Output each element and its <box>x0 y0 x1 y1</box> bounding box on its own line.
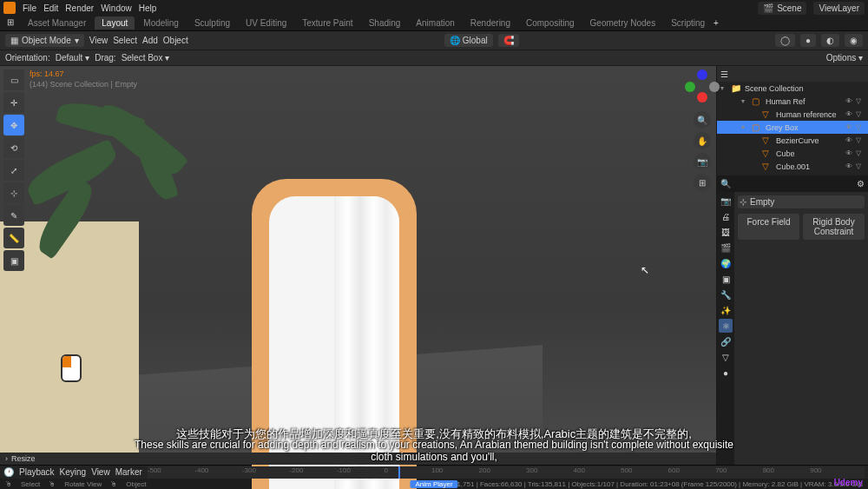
shading-solid[interactable]: ● <box>800 34 816 47</box>
menu-object[interactable]: Object <box>163 36 188 45</box>
playhead[interactable] <box>398 466 400 479</box>
prop-tab-output[interactable]: 🖨 <box>719 209 733 223</box>
eye-icon[interactable]: 👁 <box>845 149 854 158</box>
eye-icon[interactable]: 👁 <box>845 123 854 132</box>
disclosure-icon[interactable]: ▾ <box>741 97 748 105</box>
timeline-icon[interactable]: 🕐 <box>3 467 14 477</box>
tab-geonodes[interactable]: Geometry Nodes <box>583 17 663 30</box>
tab-scripting[interactable]: Scripting <box>664 17 712 30</box>
tool-select-box[interactable]: ▭ <box>3 69 24 90</box>
outliner-row[interactable]: ▽Human reference👁▽ <box>717 108 868 121</box>
outliner-row[interactable]: ▽Cube👁▽ <box>717 147 868 160</box>
nav-gizmo[interactable] <box>685 69 720 104</box>
menu-file[interactable]: File <box>23 3 36 13</box>
axis-neg[interactable] <box>709 82 720 92</box>
menu-render[interactable]: Render <box>65 3 94 13</box>
viewlayer-selector[interactable]: ViewLayer <box>813 2 865 15</box>
shading-matprev[interactable]: ◐ <box>821 34 839 47</box>
editor-type-icon[interactable]: ⊞ <box>7 17 19 30</box>
tab-animation[interactable]: Animation <box>409 17 461 30</box>
tool-measure[interactable]: 📏 <box>3 228 24 248</box>
chevron-right-icon[interactable]: › <box>5 454 8 463</box>
prop-tab-world[interactable]: 🌍 <box>719 256 733 270</box>
render-icon[interactable]: ▽ <box>856 162 865 171</box>
axis-y[interactable] <box>685 82 695 92</box>
tool-add-cube[interactable]: ▣ <box>3 250 24 271</box>
prop-tab-data[interactable]: ▽ <box>719 350 733 364</box>
menu-edit[interactable]: Edit <box>43 3 58 13</box>
menu-view[interactable]: View <box>89 36 108 45</box>
snap-toggle[interactable]: 🧲 <box>498 34 519 47</box>
tool-move[interactable]: ✥ <box>3 115 24 135</box>
timeline-ruler[interactable]: -500-400-300-200-10001002003004005006007… <box>148 466 865 479</box>
render-icon[interactable]: ▽ <box>856 149 865 158</box>
prop-tab-particles[interactable]: ✨ <box>719 303 733 317</box>
props-object-header[interactable]: ⊹ Empty <box>738 195 865 208</box>
axis-x[interactable] <box>697 92 707 102</box>
disclosure-icon[interactable]: ▾ <box>720 84 727 92</box>
prop-tab-scene[interactable]: 🎬 <box>719 241 733 254</box>
menu-select[interactable]: Select <box>113 36 137 45</box>
shading-wireframe[interactable]: ◯ <box>775 34 795 47</box>
render-icon[interactable]: ▽ <box>856 123 865 132</box>
timeline-view[interactable]: View <box>91 467 110 477</box>
eye-icon[interactable]: 👁 <box>845 110 854 119</box>
tab-layout[interactable]: Layout <box>95 17 135 30</box>
menu-window[interactable]: Window <box>101 3 132 13</box>
menu-help[interactable]: Help <box>139 3 157 13</box>
timeline-keying[interactable]: Keying <box>60 467 87 477</box>
timeline-playback[interactable]: Playback <box>19 467 55 477</box>
perspective-icon[interactable]: ⊞ <box>694 174 711 191</box>
tool-transform[interactable]: ⊹ <box>3 182 24 203</box>
mode-selector[interactable]: ▦ Object Mode ▾ <box>5 34 84 47</box>
render-icon[interactable]: ▽ <box>856 136 865 145</box>
disclosure-icon[interactable]: ▾ <box>741 123 748 131</box>
tool-annotate[interactable]: ✎ <box>3 205 24 226</box>
prop-tab-material[interactable]: ● <box>719 366 733 380</box>
orientation-dropdown[interactable]: Default ▾ <box>56 53 89 63</box>
zoom-icon[interactable]: 🔍 <box>694 111 711 129</box>
pan-icon[interactable]: ✋ <box>694 132 711 149</box>
drag-dropdown[interactable]: Select Box ▾ <box>122 53 170 63</box>
camera-icon[interactable]: 📷 <box>694 153 711 170</box>
axis-z[interactable] <box>697 69 707 80</box>
prop-tab-object[interactable]: ▣ <box>719 272 733 286</box>
prop-tab-constraints[interactable]: 🔗 <box>719 334 733 348</box>
tab-shading[interactable]: Shading <box>362 17 408 30</box>
outliner-row[interactable]: ▽BezierCurve👁▽ <box>717 134 868 147</box>
force-field-button[interactable]: Force Field <box>738 214 799 240</box>
prop-tab-render[interactable]: 📷 <box>719 194 733 208</box>
filter-icon[interactable]: ⚙ <box>857 179 865 188</box>
tab-compositing[interactable]: Compositing <box>519 17 582 30</box>
menu-add[interactable]: Add <box>142 36 158 45</box>
tab-sculpting[interactable]: Sculpting <box>187 17 237 30</box>
scene-selector[interactable]: 🎬 Scene <box>758 2 806 15</box>
prop-tab-modifiers[interactable]: 🔧 <box>719 287 733 301</box>
shading-rendered[interactable]: ◉ <box>845 34 863 47</box>
eye-icon[interactable]: 👁 <box>845 97 854 106</box>
rigid-body-button[interactable]: Rigid Body Constraint <box>803 214 865 240</box>
orientation-global[interactable]: 🌐 Global <box>444 34 493 47</box>
outliner-row[interactable]: ▽Cube.001👁▽ <box>717 160 868 173</box>
prop-tab-physics[interactable]: ⚛ <box>719 319 733 333</box>
eye-icon[interactable]: 👁 <box>845 162 854 171</box>
tool-scale[interactable]: ⤢ <box>3 160 24 181</box>
outliner-row[interactable]: ▾▢Grey Box👁▽ <box>717 121 868 134</box>
tab-uv[interactable]: UV Editing <box>239 17 293 30</box>
add-workspace-icon[interactable]: + <box>713 18 719 28</box>
tab-asset-manager[interactable]: Asset Manager <box>21 17 93 30</box>
tab-texture-paint[interactable]: Texture Paint <box>295 17 359 30</box>
prop-tab-viewlayer[interactable]: 🖼 <box>719 225 733 239</box>
anim-player-badge[interactable]: Anim Player <box>410 480 457 488</box>
render-icon[interactable]: ▽ <box>856 110 865 119</box>
options-dropdown[interactable]: Options ▾ <box>826 53 863 63</box>
outliner-icon[interactable]: ☰ <box>720 69 728 79</box>
outliner[interactable]: ▾ 📁 Scene Collection ▾▢Human Ref👁▽▽Human… <box>717 82 868 175</box>
outliner-root[interactable]: ▾ 📁 Scene Collection <box>717 82 868 95</box>
tab-modeling[interactable]: Modeling <box>136 17 186 30</box>
render-icon[interactable]: ▽ <box>856 97 865 106</box>
timeline-marker[interactable]: Marker <box>115 467 142 477</box>
viewport-3d[interactable]: ▭ ✛ ✥ ⟲ ⤢ ⊹ ✎ 📏 ▣ fps: 14.67 (144) Scene… <box>0 66 716 465</box>
tool-rotate[interactable]: ⟲ <box>3 137 24 158</box>
tab-rendering[interactable]: Rendering <box>464 17 517 30</box>
